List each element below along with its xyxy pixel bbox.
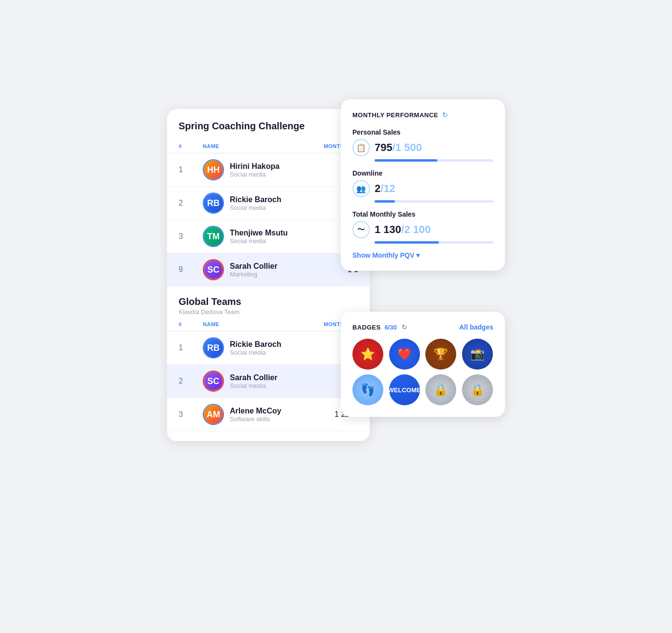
- rank-number: 9: [179, 265, 203, 274]
- welcome-badge[interactable]: WELCOME: [389, 374, 420, 405]
- challenge-title: Spring Coaching Challenge: [179, 121, 305, 132]
- person-name: Arlene McCoy: [230, 407, 281, 415]
- table-row[interactable]: 3 TM Thenjiwe Msutu Social media 1 2: [167, 220, 370, 253]
- badges-title: BADGES: [352, 324, 381, 331]
- total-sales-label: Total Monthly Sales: [352, 210, 493, 218]
- person-cell: SC Sarah Collier Marketing: [203, 259, 310, 280]
- total-sales-total: 2 100: [404, 223, 431, 235]
- col-name: NAME: [203, 321, 310, 327]
- stars-badge[interactable]: ⭐: [352, 339, 383, 370]
- personal-sales-value: 795/1 500: [375, 141, 422, 154]
- rank-number: 1: [179, 165, 203, 174]
- badges-count: 6/30: [385, 324, 397, 331]
- avatar: HH: [203, 159, 224, 180]
- badges-grid: ⭐ ❤️ 🏆 📸 👣 WELCOME 🔒 🔒: [352, 339, 493, 405]
- avatar-image: RB: [204, 338, 223, 358]
- personal-sales-row: 📋 795/1 500: [352, 139, 493, 156]
- global-teams-header: Global Teams Klavdia Dedova Team: [167, 287, 370, 317]
- col-num: #: [179, 321, 203, 327]
- name-subtitle: Hirini Hakopa Social media: [230, 162, 280, 178]
- col-name: NAME: [203, 143, 310, 149]
- monthly-performance-card: MONTHLY PERFORMANCE ↻ Personal Sales 📋 7…: [341, 99, 505, 271]
- footprint-badge[interactable]: 👣: [352, 374, 383, 405]
- name-subtitle: Sarah Collier Marketing: [230, 262, 278, 278]
- table-row[interactable]: 2 SC Sarah Collier Social media 1 23: [167, 365, 370, 398]
- downline-label: Downline: [352, 169, 493, 177]
- personal-sales-progress-bg: [375, 159, 493, 162]
- downline-current: 2: [375, 182, 380, 194]
- avatar: RB: [203, 193, 224, 214]
- personal-sales-section: Personal Sales 📋 795/1 500: [352, 128, 493, 162]
- person-category: Social media: [230, 204, 281, 211]
- personal-sales-progress-fill: [375, 159, 437, 162]
- avatar-image: AM: [204, 405, 223, 424]
- downline-total: 12: [383, 182, 395, 194]
- person-name: Sarah Collier: [230, 262, 278, 271]
- table-row[interactable]: 2 RB Rickie Baroch Social media 1 24: [167, 187, 370, 220]
- personal-sales-total: 1 500: [395, 141, 422, 153]
- table-row[interactable]: 9 SC Sarah Collier Marketing 1 1: [167, 253, 370, 287]
- refresh-icon[interactable]: ↻: [442, 111, 448, 119]
- person-name: Hirini Hakopa: [230, 162, 280, 171]
- avatar: SC: [203, 371, 224, 392]
- lock1-badge[interactable]: 🔒: [425, 374, 456, 405]
- name-subtitle: Rickie Baroch Social media: [230, 195, 281, 211]
- trophy-badge[interactable]: 🏆: [425, 339, 456, 370]
- person-cell: AM Arlene McCoy Software skills: [203, 404, 310, 425]
- badges-header: BADGES 6/30 ↻ All badges: [352, 323, 493, 331]
- global-teams-subtitle: Klavdia Dedova Team: [179, 308, 358, 316]
- total-sales-value: 1 130/2 100: [375, 223, 431, 236]
- table-row[interactable]: 1 HH Hirini Hakopa Social media 1 28: [167, 153, 370, 187]
- avatar-image: TM: [204, 227, 223, 246]
- people-icon: 👥: [352, 180, 370, 197]
- calendar-icon: 📋: [352, 139, 370, 156]
- table-row[interactable]: 3 AM Arlene McCoy Software skills 1 2260: [167, 398, 370, 431]
- downline-row: 👥 2/12: [352, 180, 493, 197]
- all-badges-button[interactable]: All badges: [459, 323, 493, 331]
- person-category: Social media: [230, 382, 278, 389]
- person-name: Thenjiwe Msutu: [230, 229, 288, 237]
- downline-progress-bg: [375, 200, 493, 203]
- total-sales-progress-fill: [375, 241, 439, 244]
- downline-progress-fill: [375, 200, 395, 203]
- person-name: Sarah Collier: [230, 373, 278, 382]
- name-subtitle: Thenjiwe Msutu Social media: [230, 229, 288, 245]
- person-cell: HH Hirini Hakopa Social media: [203, 159, 310, 180]
- challenge-table-header: # NAME MONTHLY S.: [167, 139, 370, 153]
- heart-badge[interactable]: ❤️: [389, 339, 420, 370]
- show-pqv-button[interactable]: Show Monthly PQV ▾: [352, 251, 493, 259]
- show-pqv-label: Show Monthly PQV: [352, 251, 414, 259]
- avatar-image: RB: [204, 193, 223, 213]
- badges-refresh-icon[interactable]: ↻: [402, 323, 407, 331]
- camera-badge[interactable]: 📸: [462, 339, 493, 370]
- global-table-header: # NAME MONTHLY S.: [167, 317, 370, 331]
- person-name: Rickie Baroch: [230, 195, 281, 204]
- person-category: Social media: [230, 349, 281, 356]
- person-cell: RB Rickie Baroch Social media: [203, 337, 310, 358]
- avatar: RB: [203, 337, 224, 358]
- person-cell: SC Sarah Collier Social media: [203, 371, 310, 392]
- table-row[interactable]: 1 RB Rickie Baroch Social media 1 2: [167, 331, 370, 365]
- person-category: Social media: [230, 237, 288, 245]
- person-category: Marketing: [230, 271, 278, 278]
- col-num: #: [179, 143, 203, 149]
- name-subtitle: Sarah Collier Social media: [230, 373, 278, 389]
- trend-icon: 〜: [352, 221, 370, 238]
- avatar: AM: [203, 404, 224, 425]
- person-cell: TM Thenjiwe Msutu Social media: [203, 226, 310, 247]
- avatar-image: SC: [204, 261, 223, 279]
- chevron-down-icon: ▾: [416, 251, 420, 259]
- name-subtitle: Arlene McCoy Software skills: [230, 407, 281, 423]
- total-sales-current: 1 130: [375, 223, 401, 235]
- lock2-badge[interactable]: 🔒: [462, 374, 493, 405]
- rank-number: 2: [179, 199, 203, 207]
- person-cell: RB Rickie Baroch Social media: [203, 193, 310, 214]
- avatar-image: SC: [204, 372, 223, 390]
- left-leaderboard-card: Spring Coaching Challenge › # NAME MONTH…: [167, 109, 370, 441]
- downline-value: 2/12: [375, 182, 395, 195]
- person-category: Software skills: [230, 415, 281, 423]
- person-category: Social media: [230, 171, 280, 178]
- performance-header: MONTHLY PERFORMANCE ↻: [352, 111, 493, 119]
- global-teams-title: Global Teams: [179, 296, 358, 307]
- performance-title: MONTHLY PERFORMANCE: [352, 111, 438, 119]
